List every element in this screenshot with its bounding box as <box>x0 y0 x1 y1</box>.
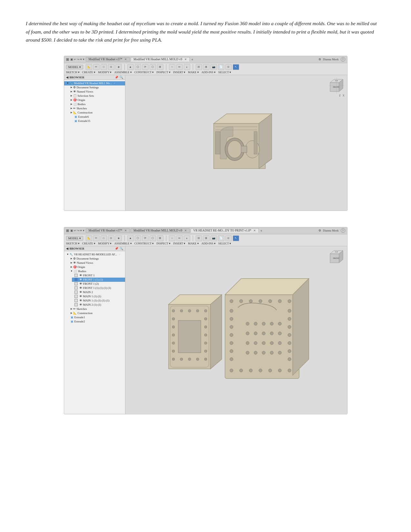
tool2-icon-15[interactable]: ⊞ <box>203 235 210 241</box>
menu2-sketch[interactable]: SKETCH ▾ <box>66 242 80 245</box>
tab2-close-3[interactable]: ✕ <box>253 229 256 232</box>
tab2-vr-v37[interactable]: Modified VR Headset v37* ✕ <box>86 228 130 233</box>
browser-pin-2[interactable]: 📌 <box>115 247 118 250</box>
menu2-assemble[interactable]: ASSEMBLE ▾ <box>114 242 132 245</box>
tree2-extrude1[interactable]: ▣ Extrude1 <box>68 315 125 320</box>
menu-inspect[interactable]: INSPECT ▾ <box>156 71 171 74</box>
tree-selection-sets[interactable]: ▶ 📋 Selection Sets <box>68 94 125 98</box>
menu-sketch[interactable]: SKETCH ▾ <box>66 71 80 74</box>
tree2-main2[interactable]: 👁 MAIN 2 <box>72 290 125 294</box>
tool-icon-6[interactable]: ▲ <box>127 64 134 70</box>
tool2-icon-12[interactable]: ⇔ <box>176 235 183 241</box>
menu2-modify[interactable]: MODIFY ▾ <box>98 242 112 245</box>
tool-icon-10[interactable]: ⊞ <box>157 64 163 70</box>
tree2-sketches[interactable]: ▶ ✏ Sketches <box>68 307 125 311</box>
menu-select[interactable]: SELECT ▾ <box>218 71 231 74</box>
tool-icon-7[interactable]: ⬡ <box>135 64 141 70</box>
tool2-icon-8[interactable]: ⟳ <box>142 235 149 241</box>
tree2-main2-1-1[interactable]: 👁 MAIN 2 (1) (1) <box>72 303 125 307</box>
tool2-icon-16[interactable]: 📷 <box>210 235 217 241</box>
tree-sketches[interactable]: ▶ ✏ Sketches <box>68 106 125 111</box>
tool2-icon-1[interactable]: 📐 <box>86 235 92 241</box>
add-tab-btn[interactable]: ＋ <box>191 57 194 62</box>
browser-arrow[interactable]: ◀ <box>66 76 68 79</box>
menu2-addins[interactable]: ADD-INS ▾ <box>201 242 216 245</box>
tool-icon-9[interactable]: ⬡ <box>150 64 156 70</box>
menu-assemble[interactable]: ASSEMBLE ▾ <box>114 71 132 74</box>
tab-mill-mold-v9[interactable]: Modified VR Headset MILL MOLD v9 ✕ <box>131 57 190 62</box>
tool-icon-1[interactable]: 📐 <box>86 64 92 70</box>
nav-cube-2[interactable]: FRONT TOP <box>328 249 345 265</box>
browser-pin[interactable]: 📌 <box>115 76 118 79</box>
menu-make[interactable]: MAKE ▾ <box>188 71 199 74</box>
tab2-close-1[interactable]: ✕ <box>124 229 127 232</box>
tool-icon-5[interactable]: ◈ <box>115 64 122 70</box>
tool-icon-8[interactable]: ⟳ <box>142 64 149 70</box>
browser-arrow-2[interactable]: ◀ <box>66 247 68 250</box>
tool-icon-2[interactable]: ✏ <box>93 64 100 70</box>
add-tab-btn-2[interactable]: ＋ <box>259 228 263 233</box>
tool2-icon-2[interactable]: ✏ <box>93 235 100 241</box>
tool-icon-select[interactable]: ↖ <box>233 64 239 70</box>
tab2-remodel-print[interactable]: VR HEADSET RE-MO...DY TO PRINT v1.8* ✕ <box>191 228 259 233</box>
settings-icon-2[interactable]: ⚙ <box>318 229 321 232</box>
tool2-icon-10[interactable]: ⊞ <box>157 235 163 241</box>
menu2-inspect[interactable]: INSPECT ▾ <box>156 242 171 245</box>
menu2-construct[interactable]: CONSTRUCT ▾ <box>134 242 154 245</box>
tool-icon-16[interactable]: 📷 <box>210 64 217 70</box>
tool2-icon-6[interactable]: ▲ <box>127 235 134 241</box>
browser-search-2[interactable]: 🔍 <box>120 247 123 250</box>
menu2-select[interactable]: SELECT ▾ <box>218 242 231 245</box>
tree-origin[interactable]: ▶ 🎯 Origin <box>68 98 125 102</box>
tree2-front1-2[interactable]: 👁 FRONT 1 (2) <box>72 282 125 286</box>
tree2-extrude2[interactable]: ▣ Extrude2 <box>68 320 125 324</box>
menu-construct[interactable]: CONSTRUCT ▾ <box>134 71 154 74</box>
tree2-root[interactable]: ▼ 🔧 VR HEADSET RE-MODELLED AF... ✓ <box>64 252 125 257</box>
tree-named-views[interactable]: ▶ 👁 Named Views <box>68 90 125 94</box>
tab2-close-2[interactable]: ✕ <box>184 229 187 232</box>
tree-doc-settings[interactable]: ▶ ⚙ Document Settings <box>68 85 125 90</box>
menu-modify[interactable]: MODIFY ▾ <box>98 71 112 74</box>
tree2-front1-1-1[interactable]: 👁 FRONT 1 (1) (1) <box>72 278 125 282</box>
tool2-icon-17[interactable]: 📄 <box>218 235 224 241</box>
tool-icon-13[interactable]: ⬧ <box>184 64 190 70</box>
help-icon-1[interactable]: ? <box>341 57 345 62</box>
tree-extrude6[interactable]: ▣ Extrude6 <box>72 115 125 119</box>
tool2-icon-9[interactable]: ⬡ <box>150 235 156 241</box>
tree-root-1[interactable]: ▼ 🔧 Modified VR Headset MILL Mo... ✓ <box>64 81 125 85</box>
tool-icon-3[interactable]: □ <box>101 64 107 70</box>
tree2-main1-1-1[interactable]: 👁 MAIN 1 (1) (1) <box>72 294 125 299</box>
browser-search[interactable]: 🔍 <box>120 76 123 79</box>
menu2-make[interactable]: MAKE ▾ <box>188 242 199 245</box>
tab-close-2[interactable]: ✕ <box>184 58 187 61</box>
tool2-icon-13[interactable]: ⬧ <box>184 235 190 241</box>
menu2-insert[interactable]: INSERT ▾ <box>173 242 185 245</box>
menu-insert[interactable]: INSERT ▾ <box>173 71 185 74</box>
tree2-front1[interactable]: 👁 FRONT 1 <box>72 273 125 278</box>
tree-extrude15[interactable]: ▣ Extrude15 <box>72 119 125 123</box>
tree-bodies[interactable]: ▶ ⬜ Bodies <box>68 102 125 106</box>
tool2-icon-4[interactable]: ⊙ <box>108 235 114 241</box>
tool2-icon-11[interactable]: ↔ <box>169 235 175 241</box>
tool-icon-18[interactable]: ⊙ <box>225 64 232 70</box>
menu2-create[interactable]: CREATE ▾ <box>82 242 95 245</box>
tree2-main1-1-1-1-1[interactable]: 👁 MAIN 1 (1) (1) (1) (1) <box>72 299 125 303</box>
settings-icon[interactable]: ⚙ <box>318 58 321 61</box>
tree-construction[interactable]: ▶ 📐 Construction <box>68 111 125 115</box>
viewport-2[interactable]: FRONT TOP <box>125 246 347 414</box>
tool2-icon-14[interactable]: ⊟ <box>196 235 202 241</box>
tool-icon-12[interactable]: ⇔ <box>176 64 183 70</box>
model-dropdown[interactable]: MODEL ▾ <box>66 65 83 69</box>
tool2-icon-select[interactable]: ↖ <box>233 235 239 241</box>
tool-icon-11[interactable]: ↔ <box>169 64 175 70</box>
menu-create[interactable]: CREATE ▾ <box>82 71 95 74</box>
tab-vr-headset-v37[interactable]: Modified VR Headset v37* ✕ <box>86 57 130 62</box>
tool2-icon-7[interactable]: ⬡ <box>135 235 141 241</box>
nav-cube-1[interactable]: FRONT TOP Z X <box>328 78 345 94</box>
tool2-icon-18[interactable]: ⊙ <box>225 235 232 241</box>
tool-icon-17[interactable]: 📄 <box>218 64 224 70</box>
tool-icon-15[interactable]: ⊞ <box>203 64 210 70</box>
tree2-origin[interactable]: ▶ 🎯 Origin <box>68 265 125 269</box>
tab2-mill-mold[interactable]: Modified VR Headset MILL MOLD v9 ✕ <box>131 228 190 233</box>
tool-icon-4[interactable]: ⊙ <box>108 64 114 70</box>
